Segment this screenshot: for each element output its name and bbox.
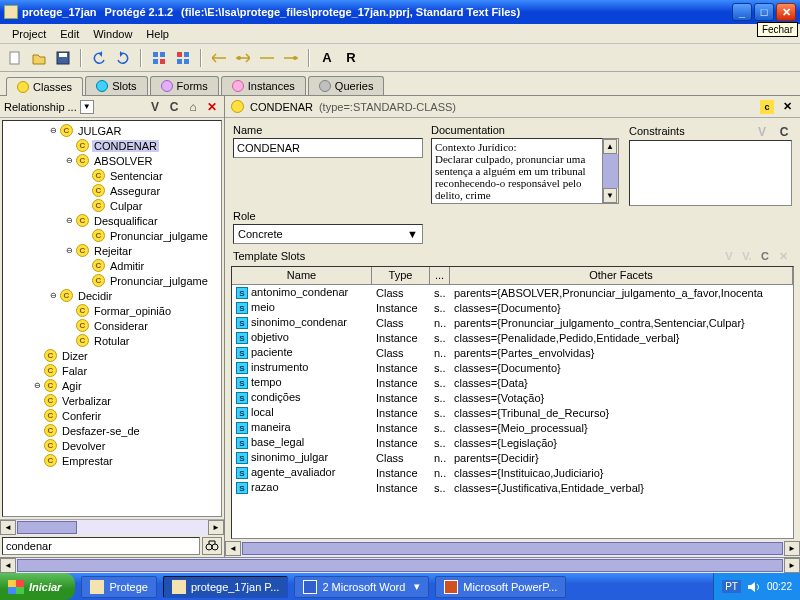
panel-scroll-left[interactable]: ◄ <box>225 541 241 556</box>
outer-hthumb[interactable] <box>17 559 783 572</box>
col-facets[interactable]: Other Facets <box>450 267 793 284</box>
scrollbar-thumb[interactable] <box>17 521 77 534</box>
task-ppt[interactable]: Microsoft PowerP... <box>435 576 566 598</box>
tree-node[interactable]: CRotular <box>3 333 221 348</box>
menu-edit[interactable]: Edit <box>54 26 85 42</box>
table-row[interactable]: Sbase_legalInstances..classes={Legislaçã… <box>232 435 793 450</box>
scroll-down-icon[interactable]: ▼ <box>603 188 617 203</box>
undo-icon[interactable] <box>90 49 108 67</box>
class-tree[interactable]: ⊖CJULGARCCONDENAR⊖CABSOLVERCSentenciarCA… <box>2 120 222 517</box>
tree-node[interactable]: CFormar_opinião <box>3 303 221 318</box>
role-select[interactable]: Concrete▼ <box>233 224 423 244</box>
tree-node[interactable]: CPronunciar_julgame <box>3 273 221 288</box>
table-row[interactable]: ScondiçõesInstances..classes={Votação} <box>232 390 793 405</box>
constraints-box[interactable] <box>629 140 792 206</box>
task-protege[interactable]: Protege <box>81 576 157 598</box>
tree-node[interactable]: ⊖CJULGAR <box>3 123 221 138</box>
tab-forms[interactable]: Forms <box>150 76 219 95</box>
tree-node[interactable]: CPronunciar_julgame <box>3 228 221 243</box>
col-type[interactable]: Type <box>372 267 430 284</box>
tree-node[interactable]: CFalar <box>3 363 221 378</box>
outer-scroll-left[interactable]: ◄ <box>0 558 16 573</box>
tab-queries[interactable]: Queries <box>308 76 385 95</box>
task-protege17[interactable]: protege_17jan P... <box>163 576 288 598</box>
tab-instances[interactable]: Instances <box>221 76 306 95</box>
maximize-button[interactable]: □ <box>754 3 774 21</box>
tree-node[interactable]: ⊖CAgir <box>3 378 221 393</box>
collapse-btn[interactable]: c <box>760 100 774 114</box>
tree-node[interactable]: CDesfazer-se_de <box>3 423 221 438</box>
col-name[interactable]: Name <box>232 267 372 284</box>
view-btn[interactable]: V <box>147 99 163 115</box>
redo-icon[interactable] <box>114 49 132 67</box>
tree-node[interactable]: CDevolver <box>3 438 221 453</box>
tree-node[interactable]: CConferir <box>3 408 221 423</box>
table-row[interactable]: SrazaoInstances..classes={Justificativa,… <box>232 480 793 495</box>
clock[interactable]: 00:22 <box>767 581 792 592</box>
relationship-combo[interactable]: ▼ <box>80 100 94 114</box>
search-input[interactable] <box>2 537 200 555</box>
scroll-up-icon[interactable]: ▲ <box>603 139 617 154</box>
tree-node[interactable]: CConsiderar <box>3 318 221 333</box>
col-dots[interactable]: ... <box>430 267 450 284</box>
table-row[interactable]: StempoInstances..classes={Data} <box>232 375 793 390</box>
close-button[interactable]: ✕ <box>776 3 796 21</box>
language-indicator[interactable]: PT <box>722 580 741 593</box>
scroll-right-icon[interactable]: ► <box>208 520 224 535</box>
save-icon[interactable] <box>54 49 72 67</box>
name-field[interactable] <box>233 138 423 158</box>
tab-slots[interactable]: Slots <box>85 76 147 95</box>
new-icon[interactable] <box>6 49 24 67</box>
table-row[interactable]: SmaneiraInstances..classes={Meio_process… <box>232 420 793 435</box>
tree-node[interactable]: ⊖CABSOLVER <box>3 153 221 168</box>
table-row[interactable]: SobjetivoInstances..classes={Penalidade,… <box>232 330 793 345</box>
tree-node[interactable]: CSentenciar <box>3 168 221 183</box>
tree-node[interactable]: ⊖CRejeitar <box>3 243 221 258</box>
binoculars-icon[interactable] <box>202 537 222 555</box>
open-icon[interactable] <box>30 49 48 67</box>
table-row[interactable]: Ssinonimo_condenarClassn..parents={Pronu… <box>232 315 793 330</box>
volume-icon[interactable] <box>747 580 761 594</box>
tool-icon-4[interactable] <box>234 49 252 67</box>
tree-node[interactable]: CCulpar <box>3 198 221 213</box>
start-button[interactable]: Iniciar <box>0 573 75 600</box>
tree-node[interactable]: CEmprestar <box>3 453 221 468</box>
tree-node[interactable]: ⊖CDecidir <box>3 288 221 303</box>
panel-scroll-right[interactable]: ► <box>784 541 800 556</box>
menu-window[interactable]: Window <box>87 26 138 42</box>
table-row[interactable]: SmeioInstances..classes={Documento} <box>232 300 793 315</box>
slot-btn-1[interactable]: V <box>720 248 738 264</box>
tool-icon-1[interactable] <box>150 49 168 67</box>
minimize-button[interactable]: _ <box>732 3 752 21</box>
tab-classes[interactable]: Classes <box>6 77 83 96</box>
menu-project[interactable]: Project <box>6 26 52 42</box>
tree-hscroll[interactable]: ◄ ► <box>0 519 224 535</box>
tree-node[interactable]: CAdmitir <box>3 258 221 273</box>
menu-help[interactable]: Help <box>140 26 175 42</box>
tool-icon-2[interactable] <box>174 49 192 67</box>
table-row[interactable]: SinstrumentoInstances..classes={Document… <box>232 360 793 375</box>
doc-scrollbar[interactable]: ▲ ▼ <box>603 138 619 204</box>
create-btn[interactable]: C <box>166 99 182 115</box>
tree-node[interactable]: CAssegurar <box>3 183 221 198</box>
scroll-left-icon[interactable]: ◄ <box>0 520 16 535</box>
table-row[interactable]: SpacienteClassn..parents={Partes_envolvi… <box>232 345 793 360</box>
table-row[interactable]: Santonimo_condenarClasss..parents={ABSOL… <box>232 285 793 300</box>
tool-r[interactable]: R <box>342 49 360 67</box>
tree-node[interactable]: CCONDENAR <box>3 138 221 153</box>
home-icon[interactable]: ⌂ <box>185 99 201 115</box>
slot-btn-2[interactable]: V. <box>738 248 756 264</box>
tool-icon-5[interactable] <box>258 49 276 67</box>
tree-node[interactable]: CVerbalizar <box>3 393 221 408</box>
table-row[interactable]: Sagente_avaliadorInstancen..classes={Ins… <box>232 465 793 480</box>
tool-icon-6[interactable] <box>282 49 300 67</box>
task-word[interactable]: 2 Microsoft Word▾ <box>294 576 429 598</box>
tree-node[interactable]: ⊖CDesqualificar <box>3 213 221 228</box>
tool-icon-3[interactable] <box>210 49 228 67</box>
panel-hthumb[interactable] <box>242 542 783 555</box>
outer-scroll-right[interactable]: ► <box>784 558 800 573</box>
slot-btn-3[interactable]: C <box>756 248 774 264</box>
con-c-btn[interactable]: C <box>776 124 792 140</box>
close-editor-btn[interactable]: ✕ <box>780 100 794 114</box>
tree-node[interactable]: CDizer <box>3 348 221 363</box>
